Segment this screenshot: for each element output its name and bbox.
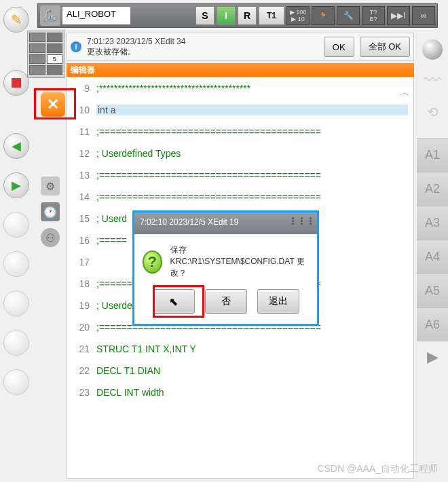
empty-button-3[interactable] — [3, 291, 29, 316]
code-line[interactable]: 12; Userdefined Types — [67, 143, 413, 164]
axis-a1[interactable]: A1 — [417, 138, 448, 172]
empty-button-5[interactable] — [3, 369, 29, 395]
right-play-icon[interactable]: ▶ — [427, 348, 438, 366]
dialog-exit-button[interactable]: 退出 — [257, 289, 299, 314]
message-text: 7:01:23 2023/12/5 XEdit 34 更改被存储。 — [87, 37, 318, 58]
axis-a3[interactable]: A3 — [417, 206, 448, 240]
skip-icon[interactable]: ▶▶I — [387, 6, 410, 25]
code-line[interactable]: 22DECL T1 DIAN — [67, 360, 413, 382]
robot-icon: 🦾 — [40, 5, 60, 26]
tool-icon[interactable]: 🔧 — [337, 6, 360, 25]
close-editor-button[interactable]: ✕ — [41, 92, 65, 117]
code-line[interactable]: 13;=====================================… — [67, 164, 413, 186]
all-ok-button[interactable]: 全部 OK — [360, 37, 410, 57]
gear-icon[interactable]: ⚙ — [41, 177, 60, 196]
play-button[interactable]: ▶ — [3, 172, 29, 198]
axis-a5[interactable]: A5 — [417, 274, 448, 308]
stop-button[interactable] — [3, 70, 29, 96]
left-button-rail: ✎ ◀ ▶ — [0, 0, 33, 482]
code-line[interactable]: 11;=====================================… — [67, 121, 413, 143]
tb-question-icon[interactable]: T?B? — [362, 6, 385, 25]
empty-button-4[interactable] — [3, 330, 29, 356]
edit-pencil-button[interactable]: ✎ — [3, 7, 29, 33]
mode-t1-button[interactable]: T1 — [259, 6, 284, 25]
ok-button[interactable]: OK — [324, 37, 354, 57]
dialog-title-bar: 7:02:10 2023/12/5 XEdit 19 — [134, 212, 317, 234]
editor-title-bar: 编辑器 — [67, 63, 414, 77]
question-icon: ? — [143, 251, 162, 274]
message-bar: i 7:01:23 2023/12/5 XEdit 34 更改被存储。 OK 全… — [67, 33, 414, 61]
dialog-yes-button[interactable]: ⬉ — [153, 289, 195, 314]
code-line[interactable]: 10int a — [67, 99, 413, 121]
globe-icon[interactable] — [422, 39, 443, 60]
collapse-up-icon[interactable]: ︿ — [399, 86, 410, 100]
top-toolbar: 🦾 ALI_ROBOT S I R T1 ▶ 100▶ 10 🏃 🔧 T?B? … — [37, 3, 438, 28]
status-panel: 5 — [27, 31, 64, 78]
empty-button-1[interactable] — [3, 212, 29, 238]
dialog-no-button[interactable]: 否 — [205, 289, 247, 314]
save-dialog: 7:02:10 2023/12/5 XEdit 19 ? 保存 KRC:\R1\… — [132, 210, 319, 326]
robot-name-field[interactable]: ALI_ROBOT — [62, 7, 130, 24]
right-axis-rail: 〰 ⟲ A1A2A3A4A5A6 ▶ — [417, 34, 448, 475]
curve-icon: 〰 — [420, 70, 445, 104]
info-icon: i — [71, 41, 81, 52]
empty-button-2[interactable] — [3, 251, 29, 277]
run-icon[interactable]: 🏃 — [312, 6, 335, 25]
code-line[interactable]: 23DECL INT width — [67, 382, 413, 403]
group-icon[interactable]: ⚇ — [41, 228, 60, 247]
step-back-button[interactable]: ◀ — [3, 133, 29, 159]
dialog-message: 保存 KRC:\R1\SYSTEM\$CONFIG.DAT 更改？ — [170, 244, 309, 279]
axis-a6[interactable]: A6 — [417, 308, 448, 341]
left-tool-strip: ⚙ 🕐 ⚇ — [41, 177, 64, 247]
clock-icon[interactable]: 🕐 — [41, 202, 60, 221]
axis-a4[interactable]: A4 — [417, 240, 448, 274]
code-line[interactable]: 14;=====================================… — [67, 186, 413, 208]
jog-icon[interactable]: ⟲ — [420, 104, 445, 138]
code-line[interactable]: 9;**************************************… — [67, 77, 413, 99]
mode-s-button[interactable]: S — [195, 6, 214, 25]
code-line[interactable]: 21STRUC T1 INT X,INT Y — [67, 338, 413, 360]
watermark: CSDN @AAA_自动化工程师 — [317, 463, 438, 475]
axis-a2[interactable]: A2 — [417, 172, 448, 206]
mode-i-button[interactable]: I — [217, 6, 236, 25]
infinity-icon[interactable]: ∞ — [412, 6, 435, 25]
mode-r-button[interactable]: R — [238, 6, 257, 25]
speed-indicator[interactable]: ▶ 100▶ 10 — [286, 6, 310, 25]
